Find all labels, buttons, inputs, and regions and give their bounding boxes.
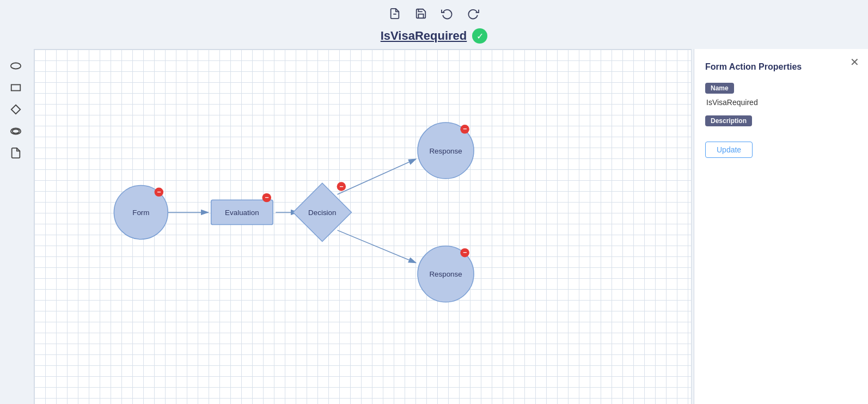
arrow-decision-resp2 (338, 230, 416, 263)
title-row: IsVisaRequired ✓ (0, 26, 868, 49)
svg-text:−: − (339, 183, 343, 191)
svg-marker-3 (11, 105, 21, 114)
redo-button[interactable] (465, 5, 481, 22)
double-ellipse-tool[interactable] (10, 125, 22, 137)
left-sidebar (0, 49, 32, 404)
check-icon: ✓ (476, 31, 484, 41)
svg-text:Decision: Decision (308, 209, 336, 217)
undo-button[interactable] (439, 5, 455, 22)
arrow-decision-resp1 (338, 159, 416, 194)
right-panel: ✕ Form Action Properties Name IsVisaRequ… (694, 49, 868, 404)
panel-title: Form Action Properties (705, 62, 857, 72)
description-field-container: Description (705, 115, 857, 131)
diamond-tool[interactable] (10, 103, 22, 115)
decision-remove-btn[interactable]: − (337, 182, 346, 191)
form-remove-btn[interactable]: − (155, 188, 163, 197)
svg-text:−: − (157, 188, 161, 196)
main-layout: Form − Evaluation − Decisi (0, 49, 868, 404)
name-label-badge: Name (705, 83, 734, 94)
svg-text:Evaluation: Evaluation (225, 209, 259, 217)
description-label-badge: Description (705, 115, 752, 126)
close-panel-button[interactable]: ✕ (850, 56, 859, 69)
note-tool[interactable] (10, 147, 22, 159)
rectangle-tool[interactable] (10, 82, 22, 94)
name-value: IsVisaRequired (705, 98, 857, 107)
save-button[interactable] (413, 5, 429, 22)
evaluation-node[interactable]: Evaluation − (211, 193, 273, 225)
response1-remove-btn[interactable]: − (460, 125, 469, 133)
svg-text:−: − (463, 249, 467, 256)
svg-text:Response: Response (429, 147, 462, 155)
form-node[interactable]: Form − (114, 185, 168, 239)
status-badge: ✓ (472, 28, 487, 44)
name-field-container: Name IsVisaRequired (705, 83, 857, 107)
page-title[interactable]: IsVisaRequired (381, 29, 467, 43)
response2-remove-btn[interactable]: − (460, 248, 469, 257)
ellipse-tool[interactable] (10, 60, 22, 72)
canvas[interactable]: Form − Evaluation − Decisi (34, 49, 692, 404)
evaluation-remove-btn[interactable]: − (262, 193, 271, 202)
svg-text:−: − (463, 125, 467, 133)
svg-rect-2 (11, 85, 21, 91)
svg-text:−: − (265, 194, 268, 201)
diagram-svg: Form − Evaluation − Decisi (34, 50, 691, 404)
update-button[interactable]: Update (705, 142, 753, 158)
svg-point-5 (13, 129, 20, 133)
svg-text:Response: Response (429, 270, 462, 278)
toolbar (0, 0, 868, 26)
svg-point-1 (11, 63, 21, 69)
new-file-button[interactable] (387, 5, 403, 22)
response2-node[interactable]: Response − (418, 246, 474, 302)
response1-node[interactable]: Response − (418, 123, 474, 179)
svg-text:Form: Form (132, 209, 149, 217)
